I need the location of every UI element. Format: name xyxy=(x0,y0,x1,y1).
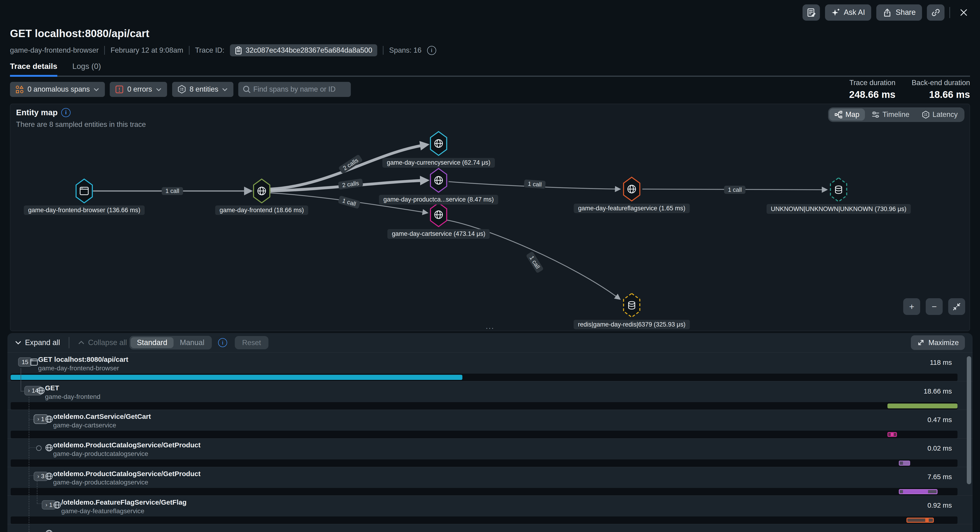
expand-all-button[interactable]: Expand all xyxy=(15,338,60,347)
tab-logs[interactable]: Logs (0) xyxy=(72,62,101,76)
spans-info-icon[interactable]: i xyxy=(427,46,436,55)
fit-view-button[interactable] xyxy=(948,298,965,315)
globe-icon xyxy=(45,529,53,532)
anomalous-spans-filter[interactable]: 0 anomalous spans xyxy=(10,82,105,97)
expand-chevron-icon: › xyxy=(37,416,39,422)
backend-duration-value: 18.66 ms xyxy=(912,89,970,100)
span-duration: 18.66 ms xyxy=(924,387,952,395)
span-row[interactable]: ›1 oteldemo.CartService/GetCart game-day… xyxy=(8,410,972,438)
span-duration-bar[interactable] xyxy=(888,432,897,437)
page-title: GET localhost:8080/api/cart xyxy=(10,28,149,40)
tab-bar: Trace details Logs (0) xyxy=(10,62,970,77)
search-input[interactable] xyxy=(238,85,351,94)
map-edge xyxy=(445,220,620,299)
span-duration-bar[interactable] xyxy=(907,518,934,523)
map-node[interactable] xyxy=(430,168,447,192)
divider xyxy=(189,46,189,55)
anomaly-shapes-icon xyxy=(16,85,24,94)
divider xyxy=(104,46,105,55)
ask-ai-button[interactable]: Ask AI xyxy=(825,5,871,21)
map-node[interactable] xyxy=(76,179,92,203)
backend-duration-label: Back-end duration xyxy=(912,79,970,87)
link-icon xyxy=(931,8,940,17)
mode-standard[interactable]: Standard xyxy=(130,337,173,348)
span-title: oteldemo.ProductCatalogService/GetProduc… xyxy=(53,441,200,449)
trace-meta: game-day-frontend-browser February 12 at… xyxy=(10,44,436,56)
trace-duration-value: 248.66 ms xyxy=(849,89,896,100)
span-row[interactable]: ›1 /oteldemo.FeatureFlagService/GetFlag … xyxy=(8,496,972,524)
span-bar-track xyxy=(11,516,958,524)
map-node[interactable] xyxy=(830,178,846,202)
span-service: game-day-frontend xyxy=(45,393,100,400)
annotations-button[interactable] xyxy=(802,5,820,21)
span-row[interactable]: oteldemo.ProductCatalogService/GetProduc… xyxy=(8,439,972,467)
entities-filter[interactable]: 8 entities xyxy=(172,82,234,97)
map-zoom-controls: + − xyxy=(903,298,965,315)
map-node[interactable] xyxy=(624,293,640,317)
span-bar-track xyxy=(11,488,958,495)
trace-id-value: 32c087ec434bce28367e5a684da8a500 xyxy=(246,46,372,54)
span-rows: 15 GET localhost:8080/api/cart game-day-… xyxy=(8,353,972,532)
span-bar-track xyxy=(11,459,958,467)
scrollbar-thumb[interactable] xyxy=(967,356,971,484)
ask-ai-label: Ask AI xyxy=(844,8,865,17)
span-title: oteldemo.CartService/GetCart xyxy=(53,413,151,421)
anomalous-spans-label: 0 anomalous spans xyxy=(28,85,90,94)
collapse-all-button[interactable]: Collapse all xyxy=(78,338,127,347)
map-edge xyxy=(449,182,620,189)
zoom-in-icon: + xyxy=(909,302,914,312)
span-duration-bar[interactable] xyxy=(11,375,462,380)
span-service: game-day-productcatalogservice xyxy=(53,478,148,486)
map-node[interactable] xyxy=(430,132,447,156)
errors-filter[interactable]: 0 errors xyxy=(110,82,167,97)
collapse-all-label: Collapse all xyxy=(88,338,127,347)
map-node[interactable] xyxy=(254,179,270,203)
map-overflow-indicator[interactable]: ... xyxy=(485,321,494,331)
span-duration-bar[interactable] xyxy=(899,461,910,466)
tab-trace-details[interactable]: Trace details xyxy=(10,62,57,77)
map-node[interactable] xyxy=(430,203,447,227)
map-node[interactable] xyxy=(624,177,640,201)
expand-chevron-icon: › xyxy=(46,502,47,508)
reset-button[interactable]: Reset xyxy=(235,336,269,349)
sparkle-icon xyxy=(831,8,840,17)
expand-chevron-icon: › xyxy=(37,473,39,479)
close-button[interactable] xyxy=(955,5,972,21)
maximize-label: Maximize xyxy=(929,338,959,347)
entity-map-panel: Entity map i There are 8 sampled entitie… xyxy=(10,104,970,331)
span-bar-track xyxy=(11,430,958,438)
chevron-down-icon xyxy=(156,87,161,92)
span-row[interactable]: ›3 oteldemo.ProductCatalogService/GetPro… xyxy=(8,467,972,496)
span-duration-bar[interactable] xyxy=(899,489,937,494)
span-service: game-day-productcatalogservice xyxy=(53,450,148,457)
span-duration: 118 ms xyxy=(930,359,952,367)
leaf-node-marker xyxy=(36,446,41,451)
globe-icon xyxy=(45,415,53,423)
span-duration-bar[interactable] xyxy=(888,403,958,409)
share-icon xyxy=(883,8,892,17)
span-title: GET xyxy=(45,384,59,392)
divider xyxy=(383,46,383,55)
maximize-button[interactable]: Maximize xyxy=(911,335,965,350)
span-search xyxy=(238,82,351,97)
filter-bar: 0 anomalous spans 0 errors 8 entities xyxy=(10,82,351,97)
share-label: Share xyxy=(896,8,915,17)
span-row-partial[interactable] xyxy=(8,524,972,532)
mode-info-icon[interactable]: i xyxy=(218,338,227,347)
entity-map-graph[interactable] xyxy=(10,104,970,332)
fit-view-icon xyxy=(953,303,961,311)
span-title: GET localhost:8080/api/cart xyxy=(38,356,128,364)
zoom-out-button[interactable]: − xyxy=(926,298,943,315)
copy-link-button[interactable] xyxy=(927,5,944,21)
browser-icon xyxy=(30,358,38,366)
mode-manual[interactable]: Manual xyxy=(173,337,211,348)
zoom-in-button[interactable]: + xyxy=(903,298,920,315)
share-button[interactable]: Share xyxy=(876,5,922,21)
spans-count: Spans: 16 xyxy=(389,46,421,54)
trace-id-chip[interactable]: 32c087ec434bce28367e5a684da8a500 xyxy=(230,44,377,56)
span-service: game-day-featureflagservice xyxy=(61,507,144,515)
error-icon xyxy=(115,85,123,94)
span-row[interactable]: 15 GET localhost:8080/api/cart game-day-… xyxy=(8,353,972,381)
span-row[interactable]: ›14 GET game-day-frontend 18.66 ms xyxy=(8,381,972,410)
span-duration: 0.02 ms xyxy=(928,444,952,452)
